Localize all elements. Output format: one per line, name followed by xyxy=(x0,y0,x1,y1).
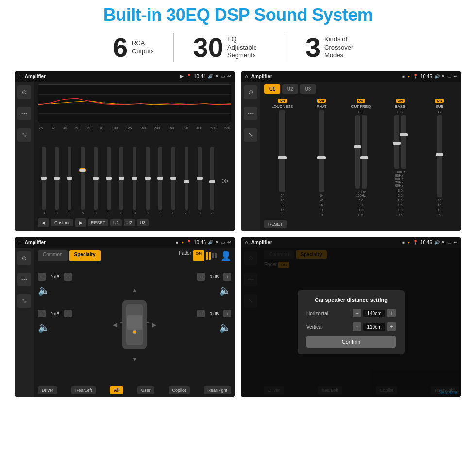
wave-icon-btn-3[interactable]: 〜 xyxy=(17,273,31,286)
eq-bottom-bar: ◀ Custom ▶ RESET U1 U2 U3 xyxy=(38,216,231,228)
sub-val2: 15 xyxy=(438,203,442,207)
loudness-col: ON LOUDNESS 64 48 32 16 0 xyxy=(264,99,301,216)
bass-sublabel: F G xyxy=(397,110,403,114)
wave-icon-btn-1[interactable]: 〜 xyxy=(17,107,31,120)
u3-btn-1[interactable]: U3 xyxy=(137,219,149,226)
slider-track-9[interactable] xyxy=(158,147,162,210)
eq-icon-btn-2[interactable]: ⊜ xyxy=(244,85,257,99)
bass-val3: 2.0 xyxy=(398,199,403,202)
speaker-right-bot-icon: 🔈 xyxy=(219,321,231,333)
bot-right-minus[interactable]: − xyxy=(197,310,205,317)
cutfreq-f-slider[interactable] xyxy=(362,115,367,189)
screen-speaker-dialog: ⌂ Amplifier ■ ● 📍 10:46 🔊 ✕ ▭ ↩ ⊜ 〜 xyxy=(241,237,461,397)
time-4: 10:46 xyxy=(420,240,432,245)
right-arrow[interactable]: ▶ xyxy=(152,321,156,328)
fader-on-btn[interactable]: ON xyxy=(193,250,204,261)
rearleft-btn-3[interactable]: RearLeft xyxy=(71,386,96,394)
expand-icon-btn-1[interactable]: ⤡ xyxy=(17,128,31,142)
u3-preset-btn[interactable]: U3 xyxy=(300,84,316,94)
user-icon-3[interactable]: 👤 xyxy=(221,250,231,261)
prev-btn[interactable]: ◀ xyxy=(38,218,49,227)
bot-right-plus[interactable]: + xyxy=(223,310,231,317)
status-bar-1: ⌂ Amplifier ▶ 📍 10:44 🔊 ✕ ▭ ↩ xyxy=(15,71,235,82)
home-icon-1[interactable]: ⌂ xyxy=(18,73,22,79)
top-right-plus[interactable]: + xyxy=(223,273,231,281)
home-icon-4[interactable]: ⌂ xyxy=(245,239,248,245)
rearright-btn-3[interactable]: RearRight xyxy=(204,386,231,394)
bot-right-val: 0 dB xyxy=(206,311,222,316)
vertical-minus-btn[interactable]: − xyxy=(353,322,361,331)
bot-right-control: − 0 dB + xyxy=(197,310,231,317)
stat-eq: 30 EQ AdjustableSegments xyxy=(174,34,286,61)
home-icon-2[interactable]: ⌂ xyxy=(245,73,248,79)
bass-on-badge[interactable]: ON xyxy=(396,99,405,103)
top-left-minus[interactable]: − xyxy=(38,273,46,281)
expand-icon-btn-2[interactable]: ⤡ xyxy=(244,128,257,142)
slider-track-13[interactable] xyxy=(210,147,214,210)
driver-btn-3[interactable]: Driver xyxy=(38,386,57,394)
slider-track-5[interactable] xyxy=(107,147,111,210)
sub-on-badge[interactable]: ON xyxy=(435,99,444,103)
bass-f-thumb xyxy=(393,142,401,145)
slider-track-4[interactable] xyxy=(94,147,98,210)
bass-freq-labels: 100Hz90Hz80Hz70Hz60Hz xyxy=(395,170,405,187)
side-panel-2: ⊜ 〜 ⤡ xyxy=(241,82,260,231)
slider-track-8[interactable] xyxy=(146,147,150,210)
cutfreq-sliders xyxy=(355,115,367,189)
bass-f-slider[interactable] xyxy=(394,115,399,169)
all-btn-3[interactable]: All xyxy=(110,386,123,394)
u1-preset-btn[interactable]: U1 xyxy=(264,84,280,94)
top-left-plus[interactable]: + xyxy=(64,273,72,281)
slider-track-3[interactable] xyxy=(81,147,85,210)
slider-track-7[interactable] xyxy=(133,147,136,210)
up-arrow[interactable]: ▲ xyxy=(132,287,137,294)
slider-track-6[interactable] xyxy=(119,147,123,210)
u2-preset-btn[interactable]: U2 xyxy=(282,84,298,94)
eq-icon-btn-3[interactable]: ⊜ xyxy=(17,251,31,265)
common-tab-3[interactable]: Common xyxy=(38,250,68,261)
phat-on-badge[interactable]: ON xyxy=(317,99,326,103)
left-arrow[interactable]: ◀ xyxy=(113,321,117,328)
custom-preset-btn[interactable]: Custom xyxy=(51,219,73,226)
horizontal-minus-btn[interactable]: − xyxy=(353,309,361,317)
slider-track-10[interactable] xyxy=(171,147,175,210)
user-btn-3[interactable]: User xyxy=(137,386,154,394)
bot-left-plus[interactable]: + xyxy=(64,310,72,317)
copilot-btn-3[interactable]: Copilot xyxy=(169,386,190,394)
slider-track-1[interactable] xyxy=(55,147,59,210)
loudness-on-badge[interactable]: ON xyxy=(278,99,287,103)
bass-g-slider[interactable] xyxy=(401,115,406,169)
next-btn[interactable]: ▶ xyxy=(75,218,86,227)
vertical-plus-btn[interactable]: + xyxy=(387,322,396,331)
slider-col-0: 0 xyxy=(38,147,50,215)
home-icon-3[interactable]: ⌂ xyxy=(18,239,22,245)
wave-icon-btn-2[interactable]: 〜 xyxy=(244,107,257,120)
speaker-right-top-icon: 🔈 xyxy=(219,284,231,296)
slider-track-12[interactable] xyxy=(198,147,202,210)
confirm-button[interactable]: Confirm xyxy=(306,336,396,348)
horizontal-plus-btn[interactable]: + xyxy=(387,309,396,317)
fader-bar-3 xyxy=(212,253,214,258)
expand-icon-btn-3[interactable]: ⤡ xyxy=(17,294,31,308)
eq-icon-btn-1[interactable]: ⊜ xyxy=(17,85,31,99)
page-title: Built-in 30EQ DSP Sound System xyxy=(103,5,373,25)
sub-slider[interactable] xyxy=(437,115,442,197)
slider-track-11[interactable] xyxy=(185,147,188,210)
reset-btn-2[interactable]: RESET xyxy=(264,220,287,228)
sub-thumb xyxy=(436,153,443,156)
cutfreq-on-badge[interactable]: ON xyxy=(357,99,366,103)
top-right-minus[interactable]: − xyxy=(197,273,205,281)
u2-btn-1[interactable]: U2 xyxy=(124,219,136,226)
phat-slider[interactable] xyxy=(319,110,324,192)
down-arrow[interactable]: ▼ xyxy=(132,356,137,363)
specialty-tab-3[interactable]: Specialty xyxy=(69,250,101,261)
stat-number-crossover: 3 xyxy=(306,34,321,61)
cutfreq-g-slider[interactable] xyxy=(355,115,360,189)
loudness-slider[interactable] xyxy=(279,110,285,192)
bot-left-minus[interactable]: − xyxy=(38,310,46,317)
slider-track-0[interactable] xyxy=(42,147,46,210)
u1-btn-1[interactable]: U1 xyxy=(110,219,122,226)
tab-spacer xyxy=(102,250,177,261)
reset-btn-1[interactable]: RESET xyxy=(88,219,108,226)
slider-track-2[interactable] xyxy=(68,147,71,210)
